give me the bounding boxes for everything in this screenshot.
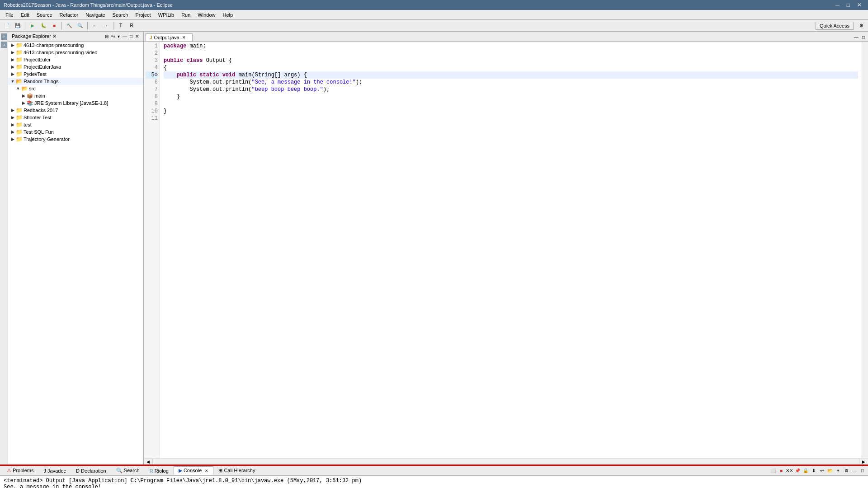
console-scroll-lock-icon[interactable]: ⬇	[810, 467, 817, 474]
close-button[interactable]: ✕	[854, 2, 864, 8]
pe-header-icons: ⊟ ⇆ ▾ — □ ✕	[104, 33, 140, 39]
editor-tab-maximize[interactable]: □	[861, 34, 866, 40]
perspective-button[interactable]: ⚙	[856, 21, 866, 30]
tab-console[interactable]: ▶ Console ✕	[174, 466, 213, 475]
console-terminated-line: <terminated> Output [Java Application] C…	[4, 478, 864, 484]
console-remove-icon[interactable]: ✕✕	[786, 467, 793, 474]
code-editor[interactable]: package main; public class Output { { pu…	[160, 42, 862, 458]
project-4613-champs-prescounting[interactable]: ▶ 📁 4613-champs-prescounting	[8, 42, 143, 49]
folder-src[interactable]: ▼ 📂 src	[8, 85, 143, 92]
menu-refactor[interactable]: Refactor	[56, 11, 82, 19]
console-word-wrap-icon[interactable]: ↩	[818, 467, 826, 474]
console-minimize-icon[interactable]: —	[851, 467, 858, 474]
console-clear-icon[interactable]: ⬜	[769, 467, 777, 474]
tab-label: Console	[184, 468, 202, 473]
tab-declaration[interactable]: D Declaration	[71, 467, 111, 475]
package-icon: 📦	[26, 93, 33, 99]
project-test[interactable]: ▶ 📁 test	[8, 121, 143, 128]
menu-run[interactable]: Run	[178, 11, 194, 19]
menu-project[interactable]: Project	[132, 11, 154, 19]
console-maximize-icon[interactable]: □	[859, 467, 866, 474]
side-icon-2[interactable]: J	[1, 42, 7, 48]
console-display-icon[interactable]: 🖥	[843, 467, 850, 474]
editor-content: 1 2 3 4 5⊙ 6 7 8 9 10 11 package main; p…	[144, 42, 868, 458]
console-tab-close-icon[interactable]: ✕	[205, 469, 208, 473]
arrow-icon: ▶	[10, 137, 15, 141]
code-line-5: public static void main(String[] args) {	[164, 71, 858, 79]
scroll-left-icon[interactable]: ◀	[144, 459, 153, 465]
editor-h-scrollbar[interactable]: ◀ ▶	[144, 458, 868, 465]
separator-4	[113, 22, 113, 30]
next-edit-button[interactable]: →	[101, 21, 111, 30]
editor-scrollbar[interactable]	[862, 42, 868, 458]
quick-access-button[interactable]: Quick Access	[816, 22, 854, 30]
arrow-icon: ▶	[10, 65, 15, 69]
console-stop-icon[interactable]: ■	[778, 467, 785, 474]
project-projecteuler[interactable]: ▶ 📁 ProjectEuler	[8, 56, 143, 63]
pe-close-icon[interactable]: ✕	[134, 33, 140, 39]
menu-wpilib[interactable]: WPILib	[155, 11, 178, 19]
tab-label: Search	[124, 468, 140, 473]
project-redbacks[interactable]: ▶ 📁 Redbacks 2017	[8, 107, 143, 114]
pe-maximize-icon[interactable]: □	[129, 33, 133, 39]
open-type-button[interactable]: T	[116, 21, 126, 30]
project-projecteulerjava[interactable]: ▶ 📁 ProjectEulerJava	[8, 63, 143, 70]
open-resource-button[interactable]: R	[127, 21, 137, 30]
tab-close-icon[interactable]: ✕	[181, 35, 187, 40]
editor-tab-output[interactable]: J Output.java ✕	[146, 33, 193, 41]
menu-navigate[interactable]: Navigate	[82, 11, 108, 19]
console-pin-icon[interactable]: 📌	[794, 467, 801, 474]
pe-minimize-icon[interactable]: —	[122, 33, 128, 39]
menu-search[interactable]: Search	[109, 11, 132, 19]
save-button[interactable]: 💾	[13, 21, 23, 30]
tab-problems[interactable]: ⚠ Problems	[2, 466, 39, 475]
project-trajectory-generator[interactable]: ▶ 📁 Trajectory-Generator	[8, 136, 143, 143]
build-button[interactable]: 🔨	[64, 21, 74, 30]
tab-search[interactable]: 🔍 Search	[111, 466, 145, 475]
project-shooter-test[interactable]: ▶ 📁 Shooter Test	[8, 114, 143, 121]
side-icon-1[interactable]: P	[1, 33, 7, 40]
arrow-icon: ▶	[21, 94, 26, 98]
menu-window[interactable]: Window	[194, 11, 219, 19]
project-name: Trajectory-Generator	[24, 136, 70, 142]
package-main[interactable]: ▶ 📦 main	[8, 92, 143, 99]
tab-javadoc[interactable]: J Javadoc	[39, 467, 71, 475]
run-button[interactable]: ▶	[28, 21, 38, 30]
pe-link-icon[interactable]: ⇆	[110, 33, 116, 39]
tab-call-hierarchy[interactable]: ⊞ Call Hierarchy	[213, 466, 260, 475]
arrow-icon: ▶	[10, 57, 15, 62]
console-open-icon[interactable]: 📂	[826, 467, 834, 474]
console-lock-icon[interactable]: 🔒	[802, 467, 809, 474]
project-pydevtest[interactable]: ▶ 📁 PydevTest	[8, 70, 143, 78]
console-new-icon[interactable]: +	[835, 467, 842, 474]
tab-riolog[interactable]: R Riolog	[145, 467, 174, 475]
new-button[interactable]: 📄	[2, 21, 12, 30]
jre-system-library[interactable]: ▶ 📚 JRE System Library [JavaSE-1.8]	[8, 99, 143, 107]
project-name: ProjectEulerJava	[24, 64, 61, 70]
project-4613-champs-prescounting-video[interactable]: ▶ 📁 4613-champs-prescounting-video	[8, 49, 143, 56]
riolog-icon: R	[150, 468, 153, 474]
debug-button[interactable]: 🐛	[38, 21, 48, 30]
menu-help[interactable]: Help	[219, 11, 236, 19]
scroll-track[interactable]	[153, 459, 859, 465]
pe-menu-icon[interactable]: ▾	[117, 33, 121, 39]
project-test-sql-fun[interactable]: ▶ 📁 Test SQL Fun	[8, 128, 143, 136]
menu-bar: File Edit Source Refactor Navigate Searc…	[0, 10, 868, 20]
title-bar: Robotics2017Season - Java - Random Thing…	[0, 0, 868, 10]
tab-label: Riolog	[155, 468, 169, 474]
maximize-button[interactable]: □	[844, 2, 853, 8]
editor-tab-minimize[interactable]: —	[853, 34, 860, 40]
stop-button[interactable]: ■	[49, 21, 59, 30]
line-num-1: 1	[146, 42, 158, 50]
menu-source[interactable]: Source	[33, 11, 56, 19]
folder-name: src	[29, 86, 36, 91]
scroll-right-icon[interactable]: ▶	[859, 459, 868, 465]
search-icon: 🔍	[116, 468, 123, 473]
minimize-button[interactable]: ─	[833, 2, 842, 8]
pe-collapse-icon[interactable]: ⊟	[104, 33, 109, 39]
prev-edit-button[interactable]: ←	[90, 21, 100, 30]
project-random-things[interactable]: ▼ 📂 Random Things	[8, 78, 143, 85]
menu-edit[interactable]: Edit	[17, 11, 33, 19]
search-toolbar-button[interactable]: 🔍	[75, 21, 85, 30]
menu-file[interactable]: File	[2, 11, 17, 19]
